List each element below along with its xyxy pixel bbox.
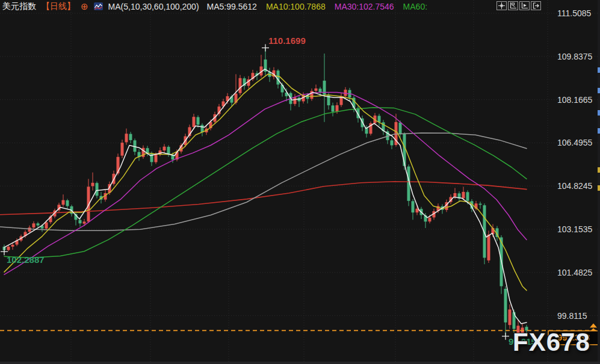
ma-group-label[interactable]: MA(5,10,30,60,100,200)	[108, 2, 199, 11]
candlestick-chart[interactable]: 110.1699102.288799.0150111.5085109.83751…	[0, 0, 600, 364]
edge-fragment	[598, 185, 600, 191]
low-annotation-left: 102.2887	[1, 248, 45, 265]
svg-text:109.8375: 109.8375	[557, 52, 593, 61]
period-label[interactable]: 【日线】	[42, 1, 75, 12]
svg-text:99.8115: 99.8115	[557, 311, 587, 321]
edge-fragment	[598, 88, 600, 93]
svg-text:103.1535: 103.1535	[557, 224, 593, 234]
ma10-line	[4, 74, 527, 290]
circle-plus-icon[interactable]: ⊕	[81, 2, 88, 11]
edge-fragment	[598, 110, 600, 116]
legend-ma5: MA5:99.5612	[207, 2, 257, 11]
legend-ma10: MA10:100.7868	[266, 2, 326, 11]
crosshair-icon	[498, 2, 505, 9]
edge-fragment	[598, 167, 600, 173]
svg-text:108.1665: 108.1665	[557, 95, 593, 105]
legend-ma60: MA60:	[403, 2, 427, 11]
trading-chart-window: 110.1699102.288799.0150111.5085109.83751…	[0, 0, 600, 364]
svg-text:102.2887: 102.2887	[7, 254, 45, 265]
fx678-watermark: FX678	[513, 328, 590, 357]
export-arrow-icon	[533, 2, 539, 9]
svg-text:110.1699: 110.1699	[268, 35, 306, 46]
edge-fragment	[598, 128, 600, 134]
edge-fragment	[598, 67, 600, 73]
go-to-latest-button[interactable]	[519, 1, 530, 10]
symbol-name: 美元指数	[2, 1, 36, 12]
price-axis-labels: 111.5085109.8375108.1665106.4955104.8245…	[557, 8, 593, 321]
high-annotation: 110.1699	[262, 35, 306, 52]
svg-text:101.4825: 101.4825	[557, 268, 593, 277]
svg-text:104.8245: 104.8245	[557, 181, 593, 191]
right-edge-artifacts	[598, 0, 600, 364]
svg-text:106.4955: 106.4955	[557, 138, 593, 147]
play-to-latest-icon	[521, 2, 528, 9]
mini-chart-logo-icon	[94, 2, 103, 10]
scroll-latest-arrow-icon	[590, 323, 597, 331]
legend-ma30: MA30:102.7546	[335, 2, 394, 11]
export-button[interactable]	[531, 1, 541, 10]
chart-toolbar	[496, 1, 541, 10]
ma100-line	[0, 133, 527, 230]
time-axis-strip	[0, 362, 600, 364]
crosshair-button[interactable]	[496, 1, 507, 10]
fit-scale-icon	[510, 2, 516, 9]
fit-scale-button[interactable]	[508, 1, 518, 10]
